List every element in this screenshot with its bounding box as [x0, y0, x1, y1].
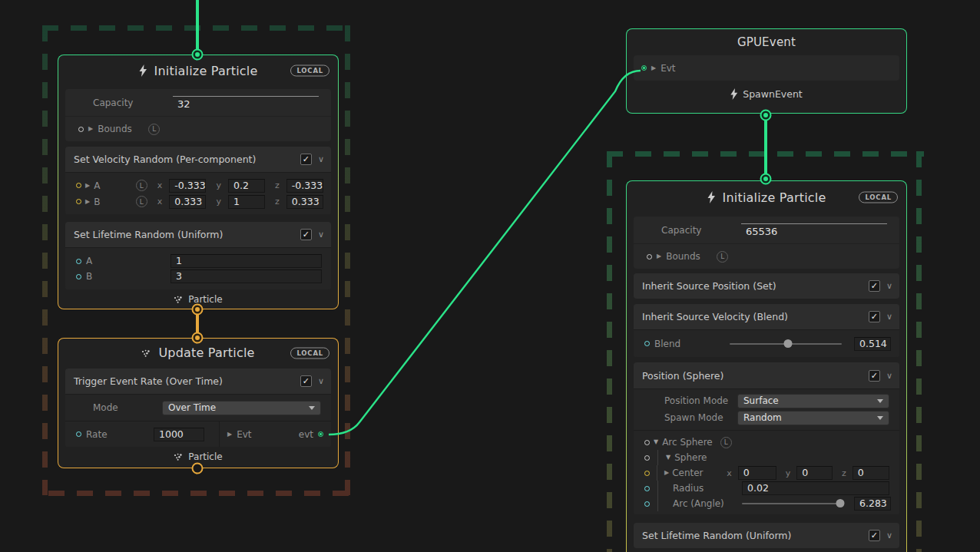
expand-arrow-icon[interactable]: ▶ — [85, 183, 90, 189]
node-header[interactable]: Update Particle LOCAL — [58, 339, 338, 367]
evt-input-port[interactable] — [641, 65, 647, 71]
center-x-field[interactable]: 0 — [738, 466, 776, 480]
block-inherit-source-position[interactable]: Inherit Source Position (Set) ✓ ∨ — [634, 273, 899, 299]
rate-field[interactable]: 1000 — [154, 428, 204, 441]
collapse-chevron-icon[interactable]: ∨ — [318, 230, 324, 239]
block-header[interactable]: Set Lifetime Random (Uniform) ✓ ∨ — [634, 523, 899, 548]
block-set-velocity-random[interactable]: Set Velocity Random (Per-component) ✓ ∨ … — [65, 147, 331, 214]
expand-arrow-icon[interactable]: ▶ — [227, 431, 232, 438]
z-field[interactable]: 0.333 — [286, 195, 323, 209]
collapse-chevron-icon[interactable]: ∨ — [886, 312, 892, 321]
bounds-label: Bounds — [666, 251, 712, 262]
float-port[interactable] — [644, 341, 650, 346]
slider-handle[interactable] — [836, 499, 845, 507]
block-header[interactable]: Set Lifetime Random (Uniform) ✓ ∨ — [65, 222, 331, 247]
vfx-graph-canvas[interactable]: { "colors": { "background": "#191919", "… — [0, 0, 980, 552]
y-field[interactable]: 0.2 — [228, 179, 265, 193]
capacity-field[interactable]: 65536 — [741, 223, 887, 237]
evt-output-port[interactable] — [318, 431, 323, 437]
node-header[interactable]: Initialize Particle LOCAL — [627, 181, 906, 213]
block-enabled-checkbox[interactable]: ✓ — [300, 154, 312, 165]
node-header[interactable]: GPUEvent — [627, 29, 906, 55]
block-set-lifetime-random[interactable]: Set Lifetime Random (Uniform) ✓ ∨ — [634, 523, 899, 548]
context-node-gpuevent[interactable]: GPUEvent ▶ Evt SpawnEvent — [626, 28, 907, 114]
block-inherit-source-velocity[interactable]: Inherit Source Velocity (Blend) ✓ ∨ Blen… — [634, 304, 899, 357]
float-port[interactable] — [76, 259, 81, 264]
y-field[interactable]: 1 — [228, 195, 265, 209]
local-space-icon[interactable]: L — [717, 251, 728, 263]
expand-arrow-icon[interactable]: ▶ — [664, 470, 669, 476]
particle-output-label: Particle — [58, 289, 338, 309]
capacity-field[interactable]: 32 — [173, 96, 319, 110]
vector3-port[interactable] — [76, 183, 81, 188]
block-enabled-checkbox[interactable]: ✓ — [869, 370, 880, 382]
local-badge: LOCAL — [290, 347, 329, 359]
block-enabled-checkbox[interactable]: ✓ — [869, 280, 880, 292]
collapse-chevron-icon[interactable]: ∨ — [886, 372, 892, 380]
expand-arrow-icon[interactable]: ▶ — [88, 126, 93, 132]
arc-sphere-port[interactable] — [644, 440, 650, 445]
context-node-initialize-particle-right[interactable]: Initialize Particle LOCAL Capacity 65536… — [626, 180, 907, 552]
block-position-sphere[interactable]: Position (Sphere) ✓ ∨ Position Mode Surf… — [634, 362, 899, 514]
vector3-port[interactable] — [644, 471, 650, 476]
block-header[interactable]: Inherit Source Velocity (Blend) ✓ ∨ — [634, 304, 899, 329]
block-set-lifetime-random[interactable]: Set Lifetime Random (Uniform) ✓ ∨ A 1 B … — [65, 222, 331, 289]
value-field[interactable]: 1 — [171, 254, 322, 268]
block-enabled-checkbox[interactable]: ✓ — [869, 311, 880, 322]
context-node-initialize-particle-left[interactable]: Initialize Particle LOCAL Capacity 32 ▶ … — [58, 55, 339, 309]
expand-arrow-icon[interactable]: ▶ — [657, 253, 661, 259]
row-label: A — [86, 256, 166, 266]
float-port[interactable] — [644, 501, 650, 507]
expand-arrow-icon[interactable]: ▶ — [85, 199, 90, 205]
arc-angle-slider[interactable] — [742, 503, 843, 504]
center-z-field[interactable]: 0 — [853, 466, 889, 480]
float-port[interactable] — [644, 486, 650, 491]
collapse-chevron-icon[interactable]: ∨ — [318, 377, 324, 385]
local-space-icon[interactable]: L — [720, 437, 732, 448]
collapse-chevron-icon[interactable]: ∨ — [318, 155, 324, 164]
block-enabled-checkbox[interactable]: ✓ — [869, 530, 880, 541]
block-header[interactable]: Position (Sphere) ✓ ∨ — [634, 362, 899, 388]
block-trigger-event-rate[interactable]: Trigger Event Rate (Over Time) ✓ ∨ Mode … — [65, 369, 331, 447]
x-field[interactable]: 0.333 — [169, 195, 206, 209]
node-title-text: GPUEvent — [737, 35, 796, 49]
position-mode-row: Position Mode Surface — [634, 392, 899, 409]
arc-angle-value-field[interactable]: 6.283 — [854, 497, 891, 511]
local-space-icon[interactable]: L — [148, 124, 160, 135]
x-field[interactable]: -0.333 — [169, 179, 206, 193]
collapse-arrow-icon[interactable]: ▼ — [666, 454, 670, 461]
center-y-field[interactable]: 0 — [796, 466, 833, 480]
mode-dropdown[interactable]: Over Time — [162, 401, 321, 415]
collapse-chevron-icon[interactable]: ∨ — [886, 531, 892, 540]
collapse-arrow-icon[interactable]: ▼ — [654, 439, 658, 445]
position-mode-dropdown[interactable]: Surface — [737, 394, 889, 408]
radius-field[interactable]: 0.02 — [742, 481, 889, 495]
edge-evt-to-gpuevent[interactable] — [329, 71, 641, 435]
z-field[interactable]: -0.333 — [286, 179, 323, 193]
block-header[interactable]: Trigger Event Rate (Over Time) ✓ ∨ — [65, 369, 331, 394]
block-enabled-checkbox[interactable]: ✓ — [300, 229, 312, 240]
blend-value-field[interactable]: 0.514 — [854, 337, 891, 351]
block-enabled-checkbox[interactable]: ✓ — [300, 375, 312, 387]
float-port[interactable] — [76, 431, 81, 437]
float-port[interactable] — [76, 274, 81, 279]
bounds-port[interactable] — [647, 254, 652, 259]
slider-handle[interactable] — [783, 339, 792, 348]
collapse-chevron-icon[interactable]: ∨ — [886, 282, 892, 290]
block-header[interactable]: Inherit Source Position (Set) ✓ ∨ — [634, 273, 899, 299]
value-field[interactable]: 3 — [171, 269, 322, 283]
expand-arrow-icon[interactable]: ▶ — [651, 65, 656, 71]
bounds-port[interactable] — [78, 127, 84, 132]
block-header[interactable]: Set Velocity Random (Per-component) ✓ ∨ — [65, 147, 331, 172]
context-node-update-particle[interactable]: Update Particle LOCAL Trigger Event Rate… — [58, 338, 339, 468]
blend-slider[interactable] — [730, 343, 842, 345]
center-label: Center — [672, 468, 722, 478]
local-space-icon[interactable]: L — [136, 180, 147, 191]
local-space-icon[interactable]: L — [136, 196, 147, 207]
spawn-mode-dropdown[interactable]: Random — [737, 411, 889, 425]
spawn-event-label: SpawnEvent — [627, 81, 906, 107]
block-title: Set Velocity Random (Per-component) — [74, 154, 256, 165]
vector3-port[interactable] — [76, 199, 81, 204]
sphere-port[interactable] — [644, 455, 650, 461]
node-header[interactable]: Initialize Particle LOCAL — [58, 55, 338, 86]
